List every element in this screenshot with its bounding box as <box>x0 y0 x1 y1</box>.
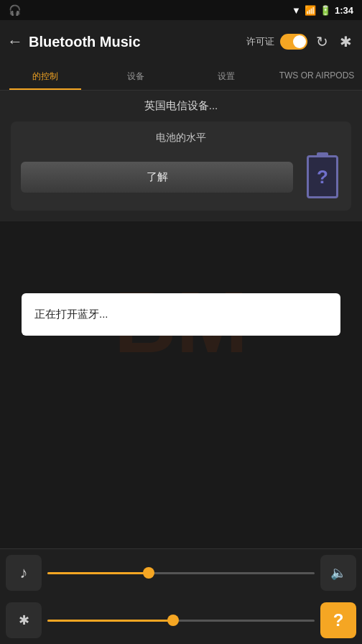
volume-slider-container[interactable] <box>47 566 315 580</box>
back-button[interactable]: ← <box>7 32 23 51</box>
page-title: Bluetooth Music <box>29 34 241 50</box>
toast-popup: 正在打开蓝牙... <box>22 293 340 336</box>
toggle-knob <box>293 35 306 48</box>
bluetooth-icon[interactable]: ✱ <box>337 30 355 53</box>
volume-icon: 🔈 <box>330 565 346 581</box>
permission-label: 许可证 <box>246 35 274 48</box>
toast-text: 正在打开蓝牙... <box>34 308 108 320</box>
device-name: 英国电信设备... <box>0 91 362 121</box>
top-bar: ← Bluetooth Music 许可证 ↻ ✱ <box>0 20 362 63</box>
tab-bar: 的控制 设备 设置 TWS OR AIRPODS <box>0 63 362 91</box>
main-content: 英国电信设备... 电池的水平 了解 ? BM 正在打开蓝牙... <box>0 91 362 423</box>
tab-controls[interactable]: 的控制 <box>0 63 90 90</box>
status-left: 🎧 <box>9 4 21 16</box>
control-row-volume: ♪ 🔈 <box>0 549 362 597</box>
signal-icon: 📶 <box>305 5 316 16</box>
battery-card: 电池的水平 了解 ? <box>11 121 351 211</box>
bt-slider-thumb[interactable] <box>167 615 179 626</box>
bluetooth-control-button[interactable]: ✱ <box>6 602 42 638</box>
music-button[interactable]: ♪ <box>6 555 42 591</box>
volume-slider-fill <box>47 572 149 574</box>
help-icon: ? <box>333 610 344 630</box>
battery-question-mark: ? <box>317 166 328 188</box>
volume-slider-track <box>47 572 315 574</box>
bt-slider-fill <box>47 620 173 622</box>
battery-terminal <box>317 152 328 156</box>
permission-toggle[interactable] <box>280 34 307 50</box>
clock: 1:34 <box>335 5 353 16</box>
dark-area: BM 正在打开蓝牙... <box>0 221 362 423</box>
bottom-controls: ♪ 🔈 ✱ ? <box>0 548 362 644</box>
headphone-icon: 🎧 <box>9 4 21 16</box>
bluetooth-control-icon: ✱ <box>19 612 29 628</box>
status-right: ▼ 📶 🔋 1:34 <box>292 5 353 16</box>
bt-slider-container[interactable] <box>47 613 315 627</box>
control-row-bluetooth: ✱ ? <box>0 597 362 644</box>
tab-devices[interactable]: 设备 <box>90 63 181 90</box>
music-icon: ♪ <box>20 564 28 582</box>
battery-icon-container: ? <box>304 153 341 201</box>
status-bar: 🎧 ▼ 📶 🔋 1:34 <box>0 0 362 20</box>
tab-settings[interactable]: 设置 <box>181 63 272 90</box>
tab-tws[interactable]: TWS OR AIRPODS <box>272 63 362 90</box>
battery-body: ? <box>307 155 338 198</box>
bt-slider-track <box>47 620 315 622</box>
battery-status-icon: 🔋 <box>320 5 331 16</box>
battery-row: 了解 ? <box>21 153 341 201</box>
volume-slider-thumb[interactable] <box>143 567 154 579</box>
refresh-icon[interactable]: ↻ <box>313 30 331 53</box>
help-button[interactable]: ? <box>320 602 356 638</box>
wifi-icon: ▼ <box>292 5 301 16</box>
volume-button[interactable]: 🔈 <box>320 555 356 591</box>
learn-button[interactable]: 了解 <box>21 162 293 193</box>
battery-label: 电池的水平 <box>156 132 206 144</box>
